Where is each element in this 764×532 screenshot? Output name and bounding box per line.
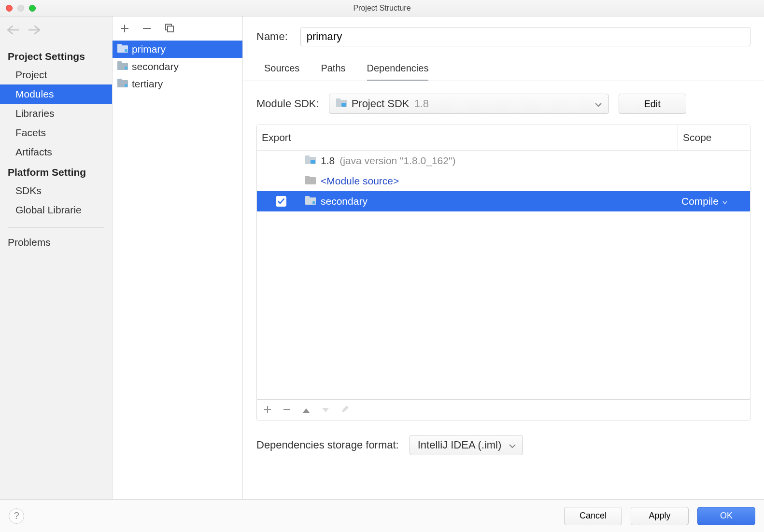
dependency-name: 1.8 xyxy=(321,155,335,167)
svg-rect-1 xyxy=(168,26,173,32)
sidebar-divider xyxy=(8,227,104,228)
module-tabs: Sources Paths Dependencies xyxy=(243,46,764,81)
sidebar-item-project[interactable]: Project xyxy=(0,65,112,84)
svg-rect-16 xyxy=(311,160,315,164)
module-name-input[interactable] xyxy=(300,27,750,46)
module-sdk-label: Module SDK: xyxy=(256,98,319,110)
module-folder-icon xyxy=(305,196,316,207)
window-title: Project Structure xyxy=(0,4,764,13)
dependency-name: secondary xyxy=(321,196,368,207)
dependencies-toolbar xyxy=(256,400,750,420)
storage-format-value: IntelliJ IDEA (.iml) xyxy=(418,439,502,451)
svg-rect-18 xyxy=(305,176,310,178)
tab-paths[interactable]: Paths xyxy=(321,63,345,81)
tab-sources[interactable]: Sources xyxy=(264,63,299,81)
nav-back-icon[interactable] xyxy=(7,25,19,37)
svg-rect-12 xyxy=(336,98,340,101)
module-list-pane: primary secondary tertiary xyxy=(113,16,243,499)
sdk-version: 1.8 xyxy=(414,98,429,110)
sidebar-item-artifacts[interactable]: Artifacts xyxy=(0,142,112,162)
nav-forward-icon[interactable] xyxy=(28,25,41,37)
sidebar-section-platform-settings: Platform Setting xyxy=(0,162,112,181)
dependencies-table: Export Scope 1.8 (java version "1.8.0_16… xyxy=(256,125,750,400)
help-button[interactable]: ? xyxy=(9,508,24,524)
module-item-label: secondary xyxy=(132,61,179,72)
col-header-scope[interactable]: Scope xyxy=(678,125,750,150)
window-close-button[interactable] xyxy=(6,5,13,12)
svg-rect-17 xyxy=(305,177,316,184)
module-folder-icon xyxy=(117,43,128,55)
dependency-row-secondary[interactable]: secondary Compile xyxy=(257,191,750,211)
dependency-row-module-source[interactable]: <Module source> xyxy=(257,171,750,191)
chevron-down-icon xyxy=(509,439,516,451)
sidebar-item-facets[interactable]: Facets xyxy=(0,123,112,142)
export-checkbox[interactable] xyxy=(276,196,286,207)
sdk-icon xyxy=(336,98,347,110)
window-zoom-button[interactable] xyxy=(29,5,36,12)
add-dependency-icon[interactable] xyxy=(264,404,271,416)
svg-rect-7 xyxy=(125,67,127,70)
module-sdk-select[interactable]: Project SDK 1.8 xyxy=(329,94,609,114)
ok-button[interactable]: OK xyxy=(697,507,755,525)
module-item-primary[interactable]: primary xyxy=(113,41,242,58)
module-detail-pane: Name: Sources Paths Dependencies Module … xyxy=(243,16,764,499)
tab-dependencies[interactable]: Dependencies xyxy=(367,63,429,81)
cancel-button[interactable]: Cancel xyxy=(564,507,622,525)
module-folder-icon xyxy=(117,78,128,90)
sidebar-item-problems[interactable]: Problems xyxy=(0,233,112,252)
module-item-label: tertiary xyxy=(132,78,163,90)
module-item-tertiary[interactable]: tertiary xyxy=(113,75,242,93)
chevron-down-icon xyxy=(722,196,727,207)
svg-rect-3 xyxy=(117,44,122,46)
module-name-label: Name: xyxy=(256,30,288,43)
apply-button[interactable]: Apply xyxy=(631,507,689,525)
svg-rect-4 xyxy=(125,49,127,52)
move-up-icon[interactable] xyxy=(302,404,310,416)
settings-sidebar: Project Settings Project Modules Librari… xyxy=(0,16,113,499)
storage-format-select[interactable]: IntelliJ IDEA (.iml) xyxy=(410,435,523,455)
dialog-footer: ? Cancel Apply OK xyxy=(0,499,764,532)
module-folder-icon xyxy=(117,61,128,72)
svg-rect-6 xyxy=(117,61,122,64)
dependency-detail: (java version "1.8.0_162") xyxy=(340,155,455,167)
svg-rect-10 xyxy=(125,84,127,87)
remove-module-icon[interactable] xyxy=(142,23,151,36)
sidebar-item-modules[interactable]: Modules xyxy=(0,84,112,104)
svg-rect-21 xyxy=(312,201,315,204)
sidebar-item-libraries[interactable]: Libraries xyxy=(0,104,112,123)
sdk-value: Project SDK xyxy=(352,98,410,110)
window-minimize-button[interactable] xyxy=(17,5,24,12)
svg-rect-13 xyxy=(341,103,346,107)
sdk-folder-icon xyxy=(305,155,316,167)
sidebar-section-project-settings: Project Settings xyxy=(0,46,112,65)
dependency-scope-select[interactable]: Compile xyxy=(678,196,750,207)
svg-rect-20 xyxy=(305,196,310,198)
add-module-icon[interactable] xyxy=(120,23,129,36)
svg-rect-9 xyxy=(117,79,122,81)
svg-rect-15 xyxy=(305,155,310,158)
col-header-export[interactable]: Export xyxy=(257,125,305,150)
source-folder-icon xyxy=(305,175,316,187)
copy-module-icon[interactable] xyxy=(165,23,174,36)
dependency-name: <Module source> xyxy=(321,175,399,187)
chevron-down-icon xyxy=(595,98,602,110)
scope-value: Compile xyxy=(681,196,719,207)
window-titlebar: Project Structure xyxy=(0,0,764,16)
sidebar-item-sdks[interactable]: SDKs xyxy=(0,181,112,200)
sdk-edit-button[interactable]: Edit xyxy=(619,94,686,114)
dependency-row-sdk[interactable]: 1.8 (java version "1.8.0_162") xyxy=(257,151,750,171)
sidebar-item-global-libraries[interactable]: Global Librarie xyxy=(0,200,112,220)
remove-dependency-icon[interactable] xyxy=(283,404,291,416)
module-item-label: primary xyxy=(132,43,166,55)
storage-format-label: Dependencies storage format: xyxy=(256,439,399,451)
dependencies-table-header: Export Scope xyxy=(257,125,750,151)
move-down-icon[interactable] xyxy=(322,404,329,416)
edit-dependency-icon[interactable] xyxy=(341,404,349,416)
module-item-secondary[interactable]: secondary xyxy=(113,58,242,75)
col-header-name[interactable] xyxy=(305,125,678,150)
